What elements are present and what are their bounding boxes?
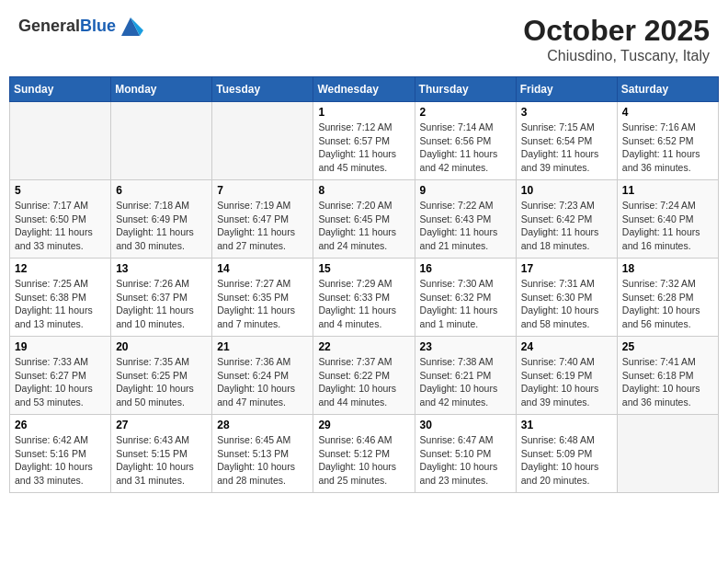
day-info: Sunrise: 7:24 AMSunset: 6:40 PMDaylight:…	[622, 199, 713, 253]
day-info: Sunrise: 7:18 AMSunset: 6:49 PMDaylight:…	[116, 199, 207, 253]
weekday-header-thursday: Thursday	[415, 77, 516, 102]
calendar-cell: 10Sunrise: 7:23 AMSunset: 6:42 PMDayligh…	[516, 180, 617, 259]
calendar-cell: 26Sunrise: 6:42 AMSunset: 5:16 PMDayligh…	[10, 415, 111, 493]
day-number: 18	[622, 262, 713, 275]
calendar-cell: 1Sunrise: 7:12 AMSunset: 6:57 PMDaylight…	[313, 102, 415, 180]
day-number: 8	[318, 184, 409, 197]
day-number: 6	[116, 184, 207, 197]
day-info: Sunrise: 6:42 AMSunset: 5:16 PMDaylight:…	[15, 433, 106, 488]
day-number: 14	[217, 262, 308, 275]
day-number: 19	[15, 340, 106, 353]
calendar-cell	[617, 415, 718, 493]
calendar-cell: 18Sunrise: 7:32 AMSunset: 6:28 PMDayligh…	[617, 259, 718, 337]
day-info: Sunrise: 7:23 AMSunset: 6:42 PMDaylight:…	[521, 199, 612, 253]
day-number: 16	[420, 262, 511, 275]
calendar-cell: 2Sunrise: 7:14 AMSunset: 6:56 PMDaylight…	[415, 102, 516, 180]
calendar-table: SundayMondayTuesdayWednesdayThursdayFrid…	[9, 76, 719, 493]
day-number: 7	[217, 184, 308, 197]
day-number: 20	[116, 340, 207, 353]
calendar-cell: 12Sunrise: 7:25 AMSunset: 6:38 PMDayligh…	[10, 259, 111, 337]
day-info: Sunrise: 7:32 AMSunset: 6:28 PMDaylight:…	[622, 277, 713, 331]
calendar-cell: 3Sunrise: 7:15 AMSunset: 6:54 PMDaylight…	[516, 102, 617, 180]
calendar-cell: 11Sunrise: 7:24 AMSunset: 6:40 PMDayligh…	[617, 180, 718, 259]
day-number: 9	[420, 184, 511, 197]
day-number: 3	[521, 106, 612, 119]
logo-general-text: General	[18, 17, 80, 35]
day-info: Sunrise: 6:47 AMSunset: 5:10 PMDaylight:…	[420, 433, 511, 488]
day-info: Sunrise: 7:40 AMSunset: 6:19 PMDaylight:…	[521, 355, 612, 409]
day-number: 17	[521, 262, 612, 275]
calendar-row-2: 12Sunrise: 7:25 AMSunset: 6:38 PMDayligh…	[10, 259, 719, 337]
calendar-cell: 5Sunrise: 7:17 AMSunset: 6:50 PMDaylight…	[10, 180, 111, 259]
weekday-header-monday: Monday	[111, 77, 212, 102]
day-number: 1	[318, 106, 409, 119]
logo-blue-text: Blue	[80, 17, 116, 35]
day-number: 15	[318, 262, 409, 275]
day-info: Sunrise: 7:19 AMSunset: 6:47 PMDaylight:…	[217, 199, 308, 253]
day-number: 29	[318, 419, 409, 431]
calendar-row-4: 26Sunrise: 6:42 AMSunset: 5:16 PMDayligh…	[10, 415, 719, 493]
calendar-row-0: 1Sunrise: 7:12 AMSunset: 6:57 PMDaylight…	[10, 102, 719, 180]
day-info: Sunrise: 7:15 AMSunset: 6:54 PMDaylight:…	[521, 121, 612, 175]
day-number: 4	[622, 106, 713, 119]
calendar-cell: 13Sunrise: 7:26 AMSunset: 6:37 PMDayligh…	[111, 259, 212, 337]
day-number: 11	[622, 184, 713, 197]
calendar-cell	[10, 102, 111, 180]
calendar-cell: 14Sunrise: 7:27 AMSunset: 6:35 PMDayligh…	[212, 259, 313, 337]
day-info: Sunrise: 7:27 AMSunset: 6:35 PMDaylight:…	[217, 277, 308, 331]
day-number: 22	[318, 340, 409, 353]
calendar-cell: 31Sunrise: 6:48 AMSunset: 5:09 PMDayligh…	[516, 415, 617, 493]
day-info: Sunrise: 7:26 AMSunset: 6:37 PMDaylight:…	[116, 277, 207, 331]
day-number: 13	[116, 262, 207, 275]
calendar-cell: 16Sunrise: 7:30 AMSunset: 6:32 PMDayligh…	[415, 259, 516, 337]
logo: GeneralBlue	[18, 14, 143, 40]
calendar-cell: 29Sunrise: 6:46 AMSunset: 5:12 PMDayligh…	[313, 415, 415, 493]
day-number: 21	[217, 340, 308, 353]
day-info: Sunrise: 7:20 AMSunset: 6:45 PMDaylight:…	[318, 199, 409, 253]
day-info: Sunrise: 6:43 AMSunset: 5:15 PMDaylight:…	[116, 433, 207, 488]
calendar-cell: 9Sunrise: 7:22 AMSunset: 6:43 PMDaylight…	[415, 180, 516, 259]
day-info: Sunrise: 6:48 AMSunset: 5:09 PMDaylight:…	[521, 433, 612, 488]
weekday-header-friday: Friday	[516, 77, 617, 102]
page-header: GeneralBlue October 2025 Chiusdino, Tusc…	[9, 9, 719, 69]
day-number: 23	[420, 340, 511, 353]
day-number: 10	[521, 184, 612, 197]
month-title: October 2025	[523, 14, 710, 48]
day-number: 31	[521, 419, 612, 431]
title-block: October 2025 Chiusdino, Tuscany, Italy	[523, 14, 710, 64]
day-number: 5	[15, 184, 106, 197]
calendar-cell: 28Sunrise: 6:45 AMSunset: 5:13 PMDayligh…	[212, 415, 313, 493]
day-number: 27	[116, 419, 207, 431]
day-info: Sunrise: 7:38 AMSunset: 6:21 PMDaylight:…	[420, 355, 511, 409]
day-info: Sunrise: 7:33 AMSunset: 6:27 PMDaylight:…	[15, 355, 106, 409]
day-info: Sunrise: 7:29 AMSunset: 6:33 PMDaylight:…	[318, 277, 409, 331]
day-info: Sunrise: 7:31 AMSunset: 6:30 PMDaylight:…	[521, 277, 612, 331]
day-info: Sunrise: 7:22 AMSunset: 6:43 PMDaylight:…	[420, 199, 511, 253]
calendar-cell: 30Sunrise: 6:47 AMSunset: 5:10 PMDayligh…	[415, 415, 516, 493]
day-info: Sunrise: 7:25 AMSunset: 6:38 PMDaylight:…	[15, 277, 106, 331]
day-info: Sunrise: 7:12 AMSunset: 6:57 PMDaylight:…	[318, 121, 409, 175]
calendar-cell: 8Sunrise: 7:20 AMSunset: 6:45 PMDaylight…	[313, 180, 415, 259]
calendar-cell: 27Sunrise: 6:43 AMSunset: 5:15 PMDayligh…	[111, 415, 212, 493]
day-info: Sunrise: 7:17 AMSunset: 6:50 PMDaylight:…	[15, 199, 106, 253]
day-number: 26	[15, 419, 106, 431]
day-number: 30	[420, 419, 511, 431]
calendar-cell: 23Sunrise: 7:38 AMSunset: 6:21 PMDayligh…	[415, 337, 516, 415]
day-number: 12	[15, 262, 106, 275]
calendar-cell: 17Sunrise: 7:31 AMSunset: 6:30 PMDayligh…	[516, 259, 617, 337]
calendar-cell: 19Sunrise: 7:33 AMSunset: 6:27 PMDayligh…	[10, 337, 111, 415]
weekday-header-wednesday: Wednesday	[313, 77, 415, 102]
day-number: 28	[217, 419, 308, 431]
day-info: Sunrise: 7:36 AMSunset: 6:24 PMDaylight:…	[217, 355, 308, 409]
calendar-cell: 25Sunrise: 7:41 AMSunset: 6:18 PMDayligh…	[617, 337, 718, 415]
weekday-header-saturday: Saturday	[617, 77, 718, 102]
logo-icon	[118, 14, 143, 40]
calendar-cell: 22Sunrise: 7:37 AMSunset: 6:22 PMDayligh…	[313, 337, 415, 415]
calendar-cell: 24Sunrise: 7:40 AMSunset: 6:19 PMDayligh…	[516, 337, 617, 415]
day-info: Sunrise: 7:16 AMSunset: 6:52 PMDaylight:…	[622, 121, 713, 175]
calendar-cell	[212, 102, 313, 180]
calendar-cell: 6Sunrise: 7:18 AMSunset: 6:49 PMDaylight…	[111, 180, 212, 259]
calendar-row-3: 19Sunrise: 7:33 AMSunset: 6:27 PMDayligh…	[10, 337, 719, 415]
day-number: 2	[420, 106, 511, 119]
weekday-header-tuesday: Tuesday	[212, 77, 313, 102]
